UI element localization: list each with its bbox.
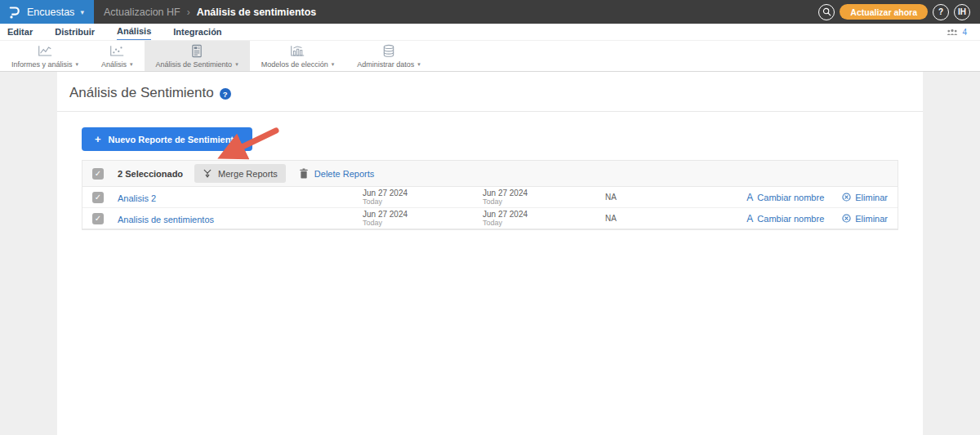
questionpro-logo-icon bbox=[7, 5, 21, 20]
rename-label: Cambiar nombre bbox=[757, 214, 824, 224]
update-now-button[interactable]: Actualizar ahora bbox=[840, 4, 928, 20]
merge-reports-button[interactable]: Merge Reports bbox=[194, 164, 286, 183]
delete-row-label: Eliminar bbox=[855, 214, 888, 224]
collaborators[interactable]: 4 bbox=[947, 28, 980, 37]
date-modified-cell: Jun 27 2024 Today bbox=[483, 189, 605, 206]
avatar[interactable]: IH bbox=[954, 4, 970, 20]
date-modified-relative: Today bbox=[483, 198, 605, 206]
toolbar-item-label: Informes y análisis bbox=[11, 60, 73, 69]
delete-row-button[interactable]: Eliminar bbox=[842, 214, 888, 224]
plus-icon: + bbox=[95, 133, 101, 145]
top-bar: Encuestas ▾ Actualizacion HF › Análisis … bbox=[0, 0, 980, 24]
chevron-down-icon: ▾ bbox=[332, 61, 335, 68]
group-icon bbox=[947, 28, 958, 37]
chevron-down-icon: ▾ bbox=[417, 61, 421, 68]
delete-reports-label: Delete Reports bbox=[314, 169, 374, 179]
chevron-down-icon: ▾ bbox=[235, 61, 238, 68]
title-row: Análisis de Sentimiento ? bbox=[57, 72, 923, 101]
choice-model-chart-icon bbox=[289, 44, 305, 58]
row-checkbox[interactable]: ✓ bbox=[92, 213, 104, 224]
chevron-down-icon: ▾ bbox=[76, 61, 79, 68]
date-created-relative: Today bbox=[363, 219, 483, 227]
table-row: ✓ Analisis 2 Jun 27 2024 Today Jun 27 20… bbox=[82, 187, 898, 208]
selection-header: ✓ 2 Seleccionado Merge Reports Delete Re… bbox=[82, 161, 898, 187]
date-created-cell: Jun 27 2024 Today bbox=[363, 210, 483, 227]
chevron-down-icon: ▾ bbox=[80, 8, 84, 16]
date-modified-relative: Today bbox=[483, 219, 605, 227]
content-card: Análisis de Sentimiento ? + Nuevo Report… bbox=[57, 72, 923, 435]
breadcrumb-separator: › bbox=[187, 7, 190, 18]
report-value: NA bbox=[605, 193, 746, 202]
toolbar-item-label: Análisis bbox=[101, 60, 127, 69]
select-all-checkbox[interactable]: ✓ bbox=[92, 168, 104, 180]
toolbar-item-label: Análisis de Sentimiento bbox=[156, 60, 233, 69]
breadcrumb-survey-link[interactable]: Actualizacion HF bbox=[104, 7, 180, 18]
tab-editar[interactable]: Editar bbox=[7, 24, 33, 40]
date-created: Jun 27 2024 bbox=[363, 210, 483, 219]
circle-x-icon bbox=[842, 193, 851, 202]
breadcrumb-current-page: Análisis de sentimientos bbox=[197, 7, 317, 18]
date-created-relative: Today bbox=[363, 198, 483, 206]
rename-button[interactable]: A Cambiar nombre bbox=[746, 192, 824, 203]
breadcrumb: Actualizacion HF › Análisis de sentimien… bbox=[104, 7, 316, 18]
database-icon bbox=[381, 44, 396, 58]
delete-row-button[interactable]: Eliminar bbox=[842, 193, 888, 202]
trash-icon bbox=[299, 168, 309, 179]
delete-reports-button[interactable]: Delete Reports bbox=[299, 168, 374, 179]
report-name-link[interactable]: Analisis de sentimientos bbox=[118, 215, 214, 224]
toolbar-item-label: Modelos de elección bbox=[261, 60, 328, 69]
toolbar-item-analisis-de-sentimiento[interactable]: Análisis de Sentimiento▾ bbox=[145, 41, 250, 71]
toolbar-item-modelos-de-eleccion[interactable]: Modelos de elección▾ bbox=[250, 41, 346, 71]
tab-integracion[interactable]: Integración bbox=[173, 24, 221, 40]
new-sentiment-report-button[interactable]: + Nuevo Reporte de Sentimiento bbox=[82, 127, 252, 151]
chevron-down-icon: ▾ bbox=[130, 61, 133, 68]
sentiment-report-icon bbox=[190, 44, 203, 58]
circle-x-icon bbox=[842, 214, 851, 223]
toolbar-item-analisis[interactable]: Análisis▾ bbox=[90, 41, 145, 71]
delete-row-label: Eliminar bbox=[855, 193, 888, 202]
date-modified-cell: Jun 27 2024 Today bbox=[483, 210, 605, 227]
app-window: Encuestas ▾ Actualizacion HF › Análisis … bbox=[0, 0, 980, 435]
selected-count-label: 2 Seleccionado bbox=[118, 169, 183, 179]
help-button[interactable]: ? bbox=[933, 4, 949, 20]
toolbar-item-label: Administrar datos bbox=[357, 60, 414, 69]
rename-icon: A bbox=[746, 213, 753, 224]
product-label: Encuestas bbox=[27, 7, 74, 18]
report-name-link[interactable]: Analisis 2 bbox=[118, 193, 156, 203]
divider bbox=[57, 111, 923, 112]
analysis-toolbar: Informes y análisis▾ Análisis▾ Análisis … bbox=[0, 41, 980, 72]
search-icon bbox=[822, 7, 831, 16]
rename-icon: A bbox=[746, 192, 753, 203]
scatter-chart-icon bbox=[109, 44, 125, 58]
tab-distribuir[interactable]: Distribuir bbox=[55, 24, 95, 40]
toolbar-item-informes-y-analisis[interactable]: Informes y análisis▾ bbox=[0, 41, 90, 71]
date-created: Jun 27 2024 bbox=[363, 189, 483, 198]
tab-analisis[interactable]: Análisis bbox=[117, 24, 151, 40]
merge-icon bbox=[203, 168, 212, 179]
new-report-label: Nuevo Reporte de Sentimiento bbox=[109, 135, 239, 144]
date-created-cell: Jun 27 2024 Today bbox=[363, 189, 483, 206]
section-tab-bar: Editar Distribuir Análisis Integración 4 bbox=[0, 24, 980, 41]
row-checkbox[interactable]: ✓ bbox=[92, 192, 104, 203]
title-help-icon[interactable]: ? bbox=[220, 88, 231, 100]
sentiment-reports-table: ✓ 2 Seleccionado Merge Reports Delete Re… bbox=[82, 160, 898, 230]
rename-label: Cambiar nombre bbox=[757, 193, 824, 202]
line-chart-icon bbox=[37, 44, 53, 58]
page-background: Análisis de Sentimiento ? + Nuevo Report… bbox=[0, 72, 980, 435]
table-row: ✓ Analisis de sentimientos Jun 27 2024 T… bbox=[82, 208, 898, 229]
search-button[interactable] bbox=[818, 4, 835, 20]
collaborator-count: 4 bbox=[962, 28, 967, 37]
rename-button[interactable]: A Cambiar nombre bbox=[746, 213, 824, 224]
date-modified: Jun 27 2024 bbox=[483, 210, 605, 219]
date-modified: Jun 27 2024 bbox=[483, 189, 605, 198]
topbar-actions: Actualizar ahora ? IH bbox=[818, 4, 980, 20]
page-title: Análisis de Sentimiento bbox=[69, 85, 214, 101]
merge-reports-label: Merge Reports bbox=[218, 169, 278, 179]
product-switcher[interactable]: Encuestas ▾ bbox=[0, 0, 94, 24]
report-value: NA bbox=[605, 214, 746, 223]
toolbar-item-administrar-datos[interactable]: Administrar datos▾ bbox=[345, 41, 432, 71]
